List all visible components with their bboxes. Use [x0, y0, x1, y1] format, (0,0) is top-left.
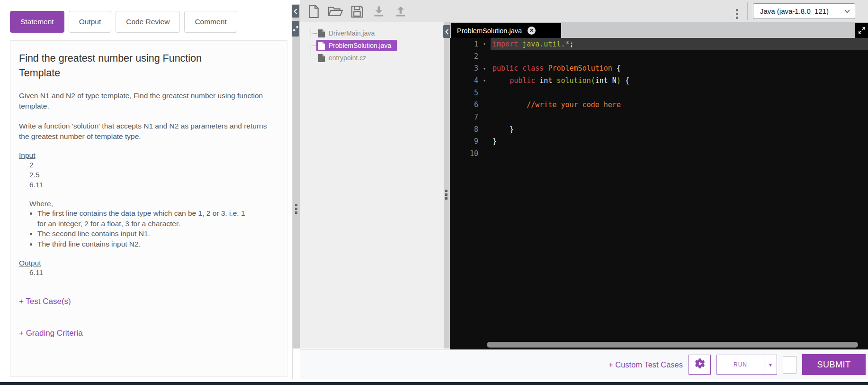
chevron-down-icon	[844, 9, 850, 13]
splitter-grip-icon[interactable]	[445, 190, 448, 200]
statement-body: Find the greatest number using Function …	[10, 40, 287, 377]
fullscreen-toggle-icon[interactable]	[855, 23, 868, 38]
expand-panel-icon[interactable]	[292, 21, 299, 37]
code-lines: 1▾import java.util.*;23▾public class Pro…	[450, 38, 868, 160]
fold-arrow-icon[interactable]: ▾	[478, 41, 491, 46]
code-line[interactable]: 5	[450, 87, 868, 99]
line-number: 10	[450, 149, 478, 158]
line-number: 4	[450, 76, 478, 85]
problem-tabs: Statement Output Code Review Comment	[10, 11, 237, 33]
fold-arrow-icon[interactable]: ▾	[478, 66, 491, 71]
code-line[interactable]: 6 //write your code here	[450, 99, 868, 111]
file-icon	[318, 54, 325, 62]
tab-statement[interactable]: Statement	[10, 11, 64, 33]
line-number: 2	[450, 52, 478, 61]
close-icon[interactable]: ✕	[528, 27, 536, 35]
editor-tab-problemsolution[interactable]: ProblemSolution.java ✕	[451, 23, 561, 38]
list-item: The second line contains input N1.	[37, 229, 250, 239]
code-line[interactable]: 2	[450, 50, 868, 63]
input-value: 6.11	[29, 180, 277, 190]
line-number: 8	[450, 125, 478, 134]
grading-criteria-link[interactable]: + Grading Criteria	[19, 329, 83, 338]
editor-toolbar: Java (java-1.8.0_121)	[300, 0, 868, 22]
code-line[interactable]: 7	[450, 111, 868, 123]
action-bar: + Custom Test Cases RUN ▼ SUBMIT	[300, 349, 868, 379]
status-box[interactable]	[783, 356, 796, 374]
file-name: ProblemSolution.java	[329, 42, 391, 49]
code-line[interactable]: 4▾ public int solution(int N) {	[450, 74, 868, 87]
run-options-dropdown[interactable]: ▼	[764, 355, 777, 374]
more-options-icon[interactable]	[735, 8, 739, 20]
splitter-grip-icon[interactable]	[295, 204, 298, 214]
tab-output[interactable]: Output	[69, 11, 112, 33]
panel-splitter-left[interactable]	[293, 4, 300, 348]
save-icon[interactable]	[349, 4, 365, 18]
code-assessment-app: Statement Output Code Review Comment Fin…	[0, 0, 868, 385]
code-line[interactable]: 10	[450, 147, 868, 160]
problem-panel: Statement Output Code Review Comment Fin…	[5, 4, 293, 379]
statement-paragraph: Given N1 and N2 of type template, Find t…	[19, 91, 271, 111]
submit-button[interactable]: SUBMIT	[802, 354, 866, 375]
fold-arrow-icon[interactable]: ▾	[478, 78, 491, 83]
statement-paragraph: Write a function 'solution' that accepts…	[19, 121, 271, 141]
constraints-list: The first line contains the data type wh…	[29, 208, 250, 249]
new-file-icon[interactable]	[306, 4, 321, 18]
upload-icon[interactable]	[393, 4, 408, 18]
line-number: 7	[450, 113, 478, 121]
toolbar-divider	[747, 2, 748, 20]
file-icon	[318, 29, 325, 37]
code-line[interactable]: 3▾public class ProblemSolution {	[450, 62, 868, 74]
line-number: 1	[450, 40, 478, 48]
horizontal-scrollbar[interactable]	[487, 342, 858, 348]
editor-tab-title: ProblemSolution.java	[457, 27, 522, 35]
output-value: 6.11	[29, 267, 277, 277]
page-title: Find the greatest number using Function …	[19, 51, 227, 81]
file-item-drivermain[interactable]: DriverMain.java	[316, 28, 380, 39]
gear-icon	[694, 358, 706, 372]
language-selector[interactable]: Java (java-1.8.0_121)	[753, 3, 855, 19]
panel-splitter-editor[interactable]	[444, 22, 450, 348]
editor-tab-bar: ProblemSolution.java ✕	[450, 22, 868, 38]
page-bottom-edge	[0, 382, 868, 385]
run-button[interactable]: RUN	[717, 355, 764, 374]
tab-code-review[interactable]: Code Review	[116, 11, 180, 33]
input-label: Input	[19, 151, 277, 160]
test-cases-link[interactable]: + Test Case(s)	[19, 297, 71, 306]
line-number: 6	[450, 101, 478, 109]
file-item-entrypoint[interactable]: entrypoint.cz	[316, 52, 372, 64]
run-button-group: RUN ▼	[716, 355, 777, 375]
language-selector-value: Java (java-1.8.0_121)	[760, 7, 829, 15]
code-line[interactable]: 8 }	[450, 123, 868, 136]
input-value: 2	[29, 160, 277, 170]
where-label: Where,	[29, 200, 277, 208]
file-item-problemsolution[interactable]: ProblemSolution.java	[316, 40, 397, 51]
line-number: 9	[450, 137, 478, 146]
file-name: DriverMain.java	[329, 29, 375, 37]
file-toolbar	[306, 4, 408, 18]
collapse-left-panel-icon[interactable]	[292, 5, 299, 18]
list-item: The first line contains the data type wh…	[37, 208, 250, 229]
input-value: 2.5	[29, 170, 277, 180]
file-tree-panel: DriverMain.java ProblemSolution.java ent…	[300, 22, 444, 348]
tab-comment[interactable]: Comment	[184, 11, 237, 33]
file-name: entrypoint.cz	[329, 54, 366, 62]
input-values: 2 2.5 6.11	[29, 160, 277, 190]
custom-test-cases-link[interactable]: + Custom Test Cases	[608, 360, 683, 369]
list-item: The third line contains input N2.	[37, 239, 250, 249]
line-number: 3	[450, 64, 478, 73]
open-folder-icon[interactable]	[328, 4, 343, 18]
code-editor[interactable]: 1▾import java.util.*;23▾public class Pro…	[450, 38, 868, 349]
run-settings-button[interactable]	[689, 355, 711, 375]
code-line[interactable]: 1▾import java.util.*;	[450, 38, 868, 50]
download-icon[interactable]	[371, 4, 386, 18]
code-line[interactable]: 9}	[450, 136, 868, 148]
file-icon	[318, 42, 325, 50]
output-label: Output	[19, 259, 277, 267]
line-number: 5	[450, 89, 478, 97]
